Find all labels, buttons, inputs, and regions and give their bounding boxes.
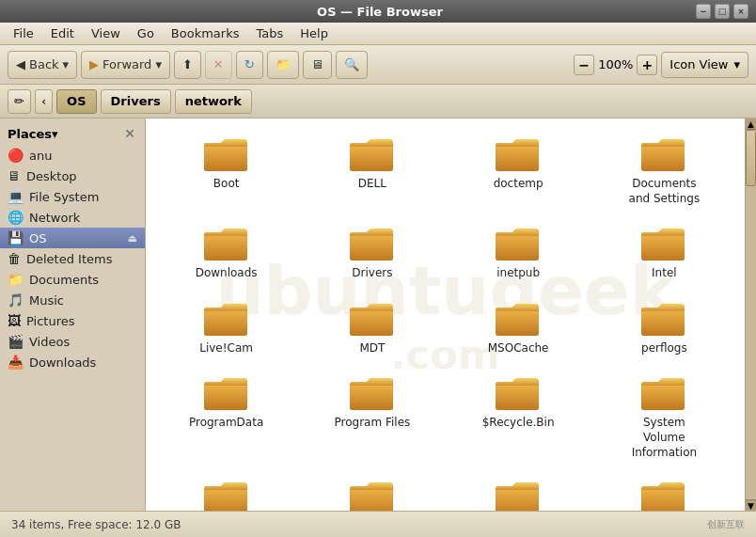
file-item[interactable]: Live!Cam bbox=[157, 294, 295, 362]
sidebar-item-os[interactable]: 💾 OS ⏏ bbox=[0, 228, 145, 248]
menu-edit[interactable]: Edit bbox=[43, 24, 82, 42]
sidebar-item-desktop[interactable]: 🖥 Desktop bbox=[0, 166, 145, 186]
folder-icon bbox=[496, 479, 541, 511]
file-item[interactable]: Documents and Settings bbox=[595, 130, 733, 212]
sidebar-item-music[interactable]: 🎵 Music bbox=[0, 290, 145, 310]
close-button[interactable]: × bbox=[733, 4, 748, 19]
sidebar-item-videos[interactable]: 🎬 Videos bbox=[0, 331, 145, 352]
svg-rect-9 bbox=[204, 232, 247, 261]
file-name: Live!Cam bbox=[199, 341, 253, 356]
zoom-in-button[interactable]: + bbox=[637, 55, 657, 75]
file-item[interactable]: MDT bbox=[303, 294, 441, 362]
svg-rect-13 bbox=[496, 232, 539, 261]
sidebar-item-label: OS bbox=[29, 231, 46, 245]
menu-tabs[interactable]: Tabs bbox=[248, 24, 291, 42]
file-item[interactable]: Boot bbox=[157, 130, 295, 212]
svg-rect-25 bbox=[204, 382, 247, 410]
file-item[interactable]: Intel bbox=[595, 219, 733, 287]
stop-button[interactable]: ✕ bbox=[205, 51, 232, 79]
file-item[interactable]: Drivers bbox=[303, 219, 441, 287]
breadcrumb-os[interactable]: OS bbox=[56, 89, 96, 114]
places-label: Places▾ bbox=[8, 127, 58, 141]
folder-icon bbox=[204, 225, 249, 262]
svg-rect-3 bbox=[350, 143, 393, 171]
menu-bookmarks[interactable]: Bookmarks bbox=[164, 24, 247, 42]
file-item[interactable]: text bbox=[157, 473, 295, 511]
file-item[interactable]: doctemp bbox=[449, 130, 588, 212]
back-button[interactable]: ◀ Back ▾ bbox=[8, 51, 77, 79]
search-button[interactable]: 🔍 bbox=[336, 51, 368, 79]
folder-icon bbox=[204, 479, 249, 511]
sidebar-item-label: File System bbox=[29, 190, 99, 204]
svg-rect-5 bbox=[496, 143, 539, 171]
sidebar-item-label: anu bbox=[29, 149, 52, 163]
menu-go[interactable]: Go bbox=[130, 24, 162, 42]
zoom-out-button[interactable]: − bbox=[574, 55, 594, 75]
toolbar: ◀ Back ▾ ▶ Forward ▾ ⬆ ✕ ↻ 📁 🖥 🔍 − 100% … bbox=[0, 45, 756, 85]
file-name: Boot bbox=[213, 177, 240, 192]
edit-location-button[interactable]: ✏ bbox=[8, 89, 31, 114]
breadcrumb-drivers[interactable]: Drivers bbox=[101, 89, 171, 114]
menu-help[interactable]: Help bbox=[292, 24, 336, 42]
folder-icon bbox=[641, 300, 686, 338]
file-item[interactable]: DELL bbox=[303, 130, 441, 212]
sidebar-item-pictures[interactable]: 🖼 Pictures bbox=[0, 310, 145, 331]
sidebar-item-label: Deleted Items bbox=[26, 252, 112, 266]
sidebar-item-anu[interactable]: 🔴 anu bbox=[0, 145, 145, 166]
maximize-button[interactable]: □ bbox=[715, 4, 730, 19]
view-select[interactable]: Icon View ▾ bbox=[661, 52, 748, 78]
file-item[interactable]: Downloads bbox=[157, 219, 295, 287]
folder-icon bbox=[350, 479, 395, 511]
file-item[interactable]: perflogs bbox=[595, 294, 733, 362]
scrollbar[interactable]: ▲ ▼ bbox=[745, 118, 756, 511]
sidebar-icon: 📥 bbox=[8, 355, 24, 370]
window-controls: − □ × bbox=[696, 4, 748, 19]
reload-button[interactable]: ↻ bbox=[236, 51, 263, 79]
sidebar-item-downloads[interactable]: 📥 Downloads bbox=[0, 352, 145, 372]
status-bar: 34 items, Free space: 12.0 GB 创新互联 bbox=[0, 511, 756, 537]
svg-rect-11 bbox=[350, 232, 393, 261]
nav-left-button[interactable]: ‹ bbox=[35, 89, 53, 114]
sidebar-item-label: Desktop bbox=[26, 169, 77, 183]
menu-file[interactable]: File bbox=[6, 24, 41, 42]
file-name: Documents and Settings bbox=[622, 177, 706, 206]
minimize-button[interactable]: − bbox=[696, 4, 711, 19]
folder-icon bbox=[350, 225, 395, 262]
eject-icon[interactable]: ⏏ bbox=[128, 232, 137, 245]
file-item[interactable]: ProgramData bbox=[157, 369, 295, 466]
sidebar-close-button[interactable]: ✕ bbox=[122, 126, 137, 141]
menu-view[interactable]: View bbox=[84, 24, 128, 42]
home-button[interactable]: ⬆ bbox=[174, 51, 201, 79]
forward-button[interactable]: ▶ Forward ▾ bbox=[81, 51, 170, 79]
folder-icon bbox=[204, 374, 249, 412]
display-button[interactable]: 🖥 bbox=[303, 51, 332, 79]
file-name: inetpub bbox=[496, 266, 540, 281]
sidebar-item-documents[interactable]: 📁 Documents bbox=[0, 269, 145, 290]
folder-icon bbox=[350, 300, 395, 338]
sidebar-icon: 💻 bbox=[8, 189, 24, 204]
sidebar-icon: 🔴 bbox=[8, 148, 24, 163]
folder-icon bbox=[641, 479, 686, 511]
title-bar: OS — File Browser − □ × bbox=[0, 0, 756, 23]
svg-rect-21 bbox=[496, 308, 539, 336]
sidebar-item-network[interactable]: 🌐 Network bbox=[0, 207, 145, 228]
sidebar-item-deleted-items[interactable]: 🗑 Deleted Items bbox=[0, 248, 145, 269]
file-item[interactable]: $Recycle.Bin bbox=[449, 369, 588, 466]
home2-button[interactable]: 📁 bbox=[267, 51, 299, 79]
main-area: Places▾ ✕ 🔴 anu 🖥 Desktop 💻 File System … bbox=[0, 118, 756, 511]
sidebar-item-label: Network bbox=[29, 211, 80, 225]
breadcrumb-network[interactable]: network bbox=[175, 89, 252, 114]
sidebar-item-label: Downloads bbox=[29, 355, 96, 370]
sidebar-icon: 🗑 bbox=[8, 251, 21, 266]
file-item[interactable]: Virtual M bbox=[595, 473, 733, 511]
file-item[interactable]: System Volume Information bbox=[595, 369, 733, 466]
file-item[interactable]: inetpub bbox=[449, 219, 588, 287]
back-dropdown-icon: ▾ bbox=[63, 57, 70, 71]
file-item[interactable]: UbuntuGeek bbox=[303, 473, 441, 511]
file-item[interactable]: Program Files bbox=[303, 369, 441, 466]
file-item[interactable]: Users bbox=[449, 473, 588, 511]
file-name: MDT bbox=[359, 341, 385, 356]
display-icon: 🖥 bbox=[311, 57, 323, 71]
file-item[interactable]: MSOCache bbox=[449, 294, 588, 362]
sidebar-item-file-system[interactable]: 💻 File System bbox=[0, 186, 145, 207]
